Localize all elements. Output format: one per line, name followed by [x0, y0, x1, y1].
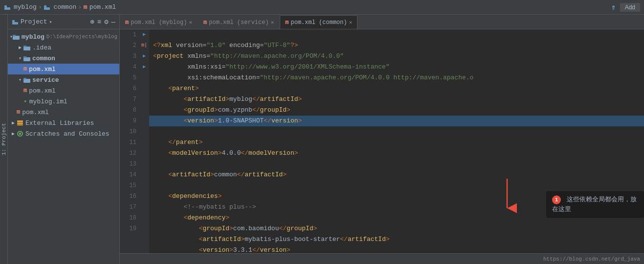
tree-arrow-idea[interactable]: ▶: [17, 45, 23, 50]
panel-title-dropdown-icon[interactable]: ▾: [49, 19, 52, 25]
svg-rect-10: [23, 57, 30, 61]
code-editor: 1234 5678 9101112 13141516 171819 ▶ m|: [120, 29, 644, 253]
svg-rect-6: [13, 36, 20, 40]
code-text[interactable]: <?xml version="1.0" encoding="UTF-8"?> <…: [149, 29, 644, 253]
tree-item-common[interactable]: ▾ common: [8, 53, 119, 64]
tree-arrow-ext-libs[interactable]: ▶: [10, 120, 17, 126]
tree-item-idea[interactable]: ▶ .idea: [8, 42, 119, 53]
line-4: xsi:schemaLocation="http://maven.apache.…: [153, 74, 473, 81]
tab-service-close[interactable]: ✕: [271, 19, 274, 25]
scratches-icon: [17, 130, 23, 138]
line-10: <modelVersion>4.0.0</modelVersion>: [153, 149, 298, 157]
panel-folder-icon: [12, 18, 19, 25]
tree-arrow-common[interactable]: ▾: [17, 55, 23, 61]
tab-pom-common[interactable]: m pom.xml (common) ✕: [280, 15, 357, 29]
tree-label-iml: myblog.iml: [29, 98, 67, 105]
line-15: <!--mybatis plus-->: [153, 203, 256, 211]
svg-rect-12: [23, 79, 30, 83]
tooltip-text: 这些依赖全局都会用，放在这里: [552, 196, 637, 213]
tree-item-ext-libs[interactable]: ▶ External Libraries: [8, 118, 119, 128]
tooltip-number: 1: [552, 195, 561, 204]
line-17: <groupId>com.baomidou</groupId>: [153, 225, 317, 232]
tree-label-scratches: Scratches and Consoles: [25, 130, 110, 138]
breadcrumb-sep-2: ›: [78, 4, 82, 10]
line-16: <dependency>: [153, 214, 229, 221]
tree-arrow-scratches[interactable]: ▶: [10, 131, 17, 137]
tree-label-myblog: myblog: [22, 33, 44, 41]
line-14: <dependencies>: [153, 192, 222, 200]
line-3: xmlns:xsi="http://www.w3.org/2001/XMLSch…: [153, 63, 390, 71]
sort-icon[interactable]: ≡: [97, 18, 101, 26]
line-numbers: 1234 5678 9101112 13141516 171819: [120, 29, 139, 253]
breadcrumb-myblog: [4, 3, 12, 11]
common-folder-icon: [23, 55, 30, 62]
tree-item-service[interactable]: ▾ service: [8, 74, 119, 85]
tree-item-scratches[interactable]: ▶ Scratches and Consoles: [8, 128, 119, 139]
minimize-icon[interactable]: —: [111, 18, 115, 26]
tree-label-common-pom: pom.xml: [29, 66, 56, 73]
nav-arrow-icon: ⇑: [611, 2, 616, 12]
tree-arrow-service[interactable]: ▾: [17, 77, 23, 83]
tree-item-myblog[interactable]: ▾ myblog D:\IdeaProjects\myblog: [8, 31, 119, 42]
breadcrumb-myblog-text: myblog: [14, 3, 37, 11]
breadcrumb-common-icon: [44, 3, 51, 11]
tab-common-close[interactable]: ✕: [349, 19, 353, 25]
add-button[interactable]: Add: [620, 3, 640, 12]
service-pom-maven-icon: m: [23, 87, 27, 94]
left-panel: 1: Project Project ▾ ⊕ ≡ ⚙ —: [0, 15, 120, 264]
svg-rect-0: [4, 5, 7, 7]
ext-libs-icon: [17, 120, 23, 127]
main-layout: 1: Project Project ▾ ⊕ ≡ ⚙ —: [0, 15, 644, 264]
tree-item-root-pom[interactable]: m pom.xml: [8, 107, 119, 118]
project-tree: ▾ myblog D:\IdeaProjects\myblog ▶ .idea: [8, 29, 119, 264]
line-5: <parent>: [153, 85, 199, 92]
svg-rect-3: [44, 7, 50, 10]
tree-path-myblog: D:\IdeaProjects\myblog: [46, 34, 117, 40]
svg-rect-7: [13, 35, 16, 36]
settings-icon[interactable]: ⚙: [104, 18, 108, 26]
svg-rect-15: [17, 122, 23, 124]
breadcrumb-sep-1: ›: [39, 4, 42, 10]
line-8: <version>1.0-SNAPSHOT</version>: [149, 116, 644, 126]
status-bar: https://blog.csdn.net/grd_java: [120, 253, 644, 264]
tab-pom-service[interactable]: m pom.xml (service) ✕: [198, 15, 279, 29]
myblog-folder-icon: [13, 33, 20, 41]
tree-item-myblog-iml[interactable]: ▪ myblog.iml: [8, 96, 119, 107]
breadcrumb: myblog › common › m pom.xml: [4, 3, 116, 11]
line-13: [153, 182, 157, 189]
iml-icon: ▪: [23, 98, 27, 105]
root-pom-maven-icon: m: [17, 109, 20, 116]
locate-icon[interactable]: ⊕: [90, 18, 94, 26]
line-1: <?xml version="1.0" encoding="UTF-8"?>: [153, 42, 298, 49]
tab-service-m-icon: m: [203, 19, 207, 26]
tab-service-label: pom.xml (service): [209, 19, 268, 26]
line-2: <project xmlns="http://maven.apache.org/…: [153, 52, 344, 60]
svg-rect-8: [23, 47, 30, 50]
top-bar: myblog › common › m pom.xml ⇑ Add: [0, 0, 644, 15]
panel-title: Project ▾: [12, 18, 52, 25]
svg-rect-4: [12, 20, 15, 22]
tab-myblog-close[interactable]: ✕: [189, 19, 192, 25]
tree-label-ext-libs: External Libraries: [25, 120, 94, 127]
tree-item-service-pom[interactable]: m pom.xml: [8, 85, 119, 96]
panel-header-icons: ⊕ ≡ ⚙ —: [90, 18, 115, 26]
panel-header: Project ▾ ⊕ ≡ ⚙ —: [8, 15, 119, 29]
service-folder-icon: [23, 76, 30, 84]
tab-pom-myblog[interactable]: m pom.xml (myblog) ✕: [120, 15, 198, 29]
vertical-tab-label: 1: Project: [1, 123, 7, 155]
common-pom-maven-icon: m: [23, 66, 27, 72]
svg-rect-9: [23, 46, 26, 47]
svg-rect-11: [23, 56, 26, 58]
tree-label-service-pom: pom.xml: [29, 87, 56, 95]
breadcrumb-common-text: common: [53, 3, 76, 11]
line-12: <artifactId>common</artifactId>: [153, 171, 287, 178]
breadcrumb-pomxml-text: pom.xml: [89, 3, 116, 11]
svg-rect-13: [23, 78, 26, 79]
tree-item-common-pom[interactable]: m pom.xml: [8, 64, 119, 74]
line-19: <version>3.3.1</version>: [153, 246, 290, 253]
svg-rect-16: [17, 124, 23, 125]
svg-rect-14: [17, 120, 23, 122]
line-7: <groupId>com.yzpnb</groupId>: [153, 106, 290, 114]
line-6: <artifactId>myblog</artifactId>: [153, 96, 302, 103]
panel-title-text: Project: [21, 18, 47, 25]
